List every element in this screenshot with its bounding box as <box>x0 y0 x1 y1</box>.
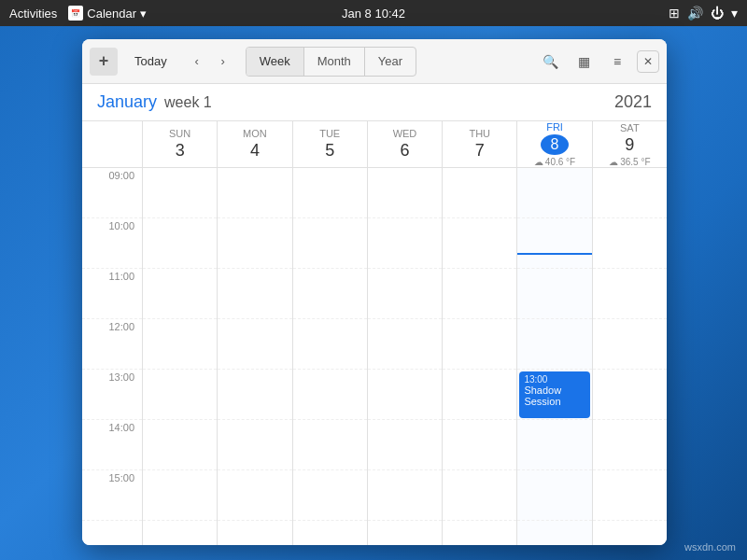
hour-tue-15[interactable] <box>293 470 367 521</box>
hour-mon-12[interactable] <box>218 319 291 370</box>
app-dropdown-arrow[interactable]: ▾ <box>140 7 147 21</box>
weather-temp-sat: 36.5 °F <box>620 157 650 167</box>
hour-tue-9[interactable] <box>293 168 367 218</box>
day-col-mon[interactable] <box>218 168 292 545</box>
hour-wed-11[interactable] <box>368 269 442 319</box>
hour-fri-10[interactable] <box>517 218 591 269</box>
app-name-label: Calendar <box>87 7 136 21</box>
today-button[interactable]: Today <box>123 48 178 76</box>
view-month-button[interactable]: Month <box>304 48 365 76</box>
hour-sun-15[interactable] <box>143 470 217 521</box>
hour-sun-12[interactable] <box>143 319 217 370</box>
hour-thu-14[interactable] <box>443 420 516 470</box>
hour-wed-9[interactable] <box>368 168 442 218</box>
day-abbr-thu: THU <box>469 128 490 139</box>
shadow-session-event[interactable]: 13:00 Shadow Session <box>519 371 589 418</box>
view-week-button[interactable]: Week <box>247 48 304 76</box>
hour-thu-13[interactable] <box>443 370 516 420</box>
hour-sun-13[interactable] <box>143 370 217 420</box>
hour-sat-11[interactable] <box>593 269 667 319</box>
hour-tue-11[interactable] <box>293 269 367 319</box>
hour-thu-12[interactable] <box>443 319 516 370</box>
weather-fri: ☁ 40.6 °F <box>534 157 575 167</box>
hour-sat-10[interactable] <box>593 218 667 269</box>
hour-tue-10[interactable] <box>293 218 367 269</box>
time-slot-1000: 10:00 <box>82 218 142 269</box>
system-bar-right: ⊞ 🔊 ⏻ ▾ <box>669 6 738 21</box>
hour-thu-10[interactable] <box>443 218 516 269</box>
hour-sat-14[interactable] <box>593 420 667 470</box>
hour-thu-9[interactable] <box>443 168 516 218</box>
day-header-sat: SAT 9 ☁ 36.5 °F <box>593 121 667 167</box>
add-event-button[interactable]: + <box>90 48 118 76</box>
time-slot-1300: 13:00 <box>82 370 142 420</box>
grid-view-button[interactable]: ▦ <box>570 48 598 76</box>
day-header-fri: FRI 8 ☁ 40.6 °F <box>517 121 592 167</box>
weather-icon-sat: ☁ <box>609 157 618 167</box>
hour-wed-10[interactable] <box>368 218 442 269</box>
day-col-sat[interactable] <box>593 168 667 545</box>
time-slot-900: 09:00 <box>82 168 142 218</box>
day-abbr-tue: TUE <box>319 128 340 139</box>
hour-sat-13[interactable] <box>593 370 667 420</box>
nav-group: ‹ › <box>184 48 236 76</box>
dropdown-icon: ▾ <box>731 6 738 21</box>
hour-fri-12[interactable] <box>517 319 591 370</box>
network-icon: ⊞ <box>669 6 680 21</box>
hour-tue-13[interactable] <box>293 370 367 420</box>
hour-fri-14[interactable] <box>517 420 591 470</box>
hour-tue-14[interactable] <box>293 420 367 470</box>
hour-mon-13[interactable] <box>218 370 291 420</box>
hour-sun-10[interactable] <box>143 218 217 269</box>
prev-button[interactable]: ‹ <box>184 48 210 76</box>
grid-icon: ▦ <box>578 54 590 69</box>
hour-fri-9[interactable] <box>517 168 591 218</box>
hour-sun-9[interactable] <box>143 168 217 218</box>
day-col-sun[interactable] <box>143 168 218 545</box>
hour-mon-11[interactable] <box>218 269 291 319</box>
close-button[interactable]: ✕ <box>637 50 659 73</box>
day-col-tue[interactable] <box>293 168 368 545</box>
window-toolbar: + Today ‹ › Week Month Year 🔍 ▦ ≡ ✕ <box>82 39 667 84</box>
hour-wed-13[interactable] <box>368 370 442 420</box>
day-num-fri: 8 <box>541 134 569 155</box>
day-num-sun: 3 <box>176 141 185 161</box>
hour-tue-12[interactable] <box>293 319 367 370</box>
view-year-button[interactable]: Year <box>365 48 416 76</box>
hour-sat-15[interactable] <box>593 470 667 521</box>
system-datetime: Jan 8 10:42 <box>342 7 405 21</box>
power-icon: ⏻ <box>711 6 724 21</box>
hour-sun-11[interactable] <box>143 269 217 319</box>
day-header-tue: TUE 5 <box>293 121 368 167</box>
activities-button[interactable]: Activities <box>9 7 57 21</box>
hour-mon-10[interactable] <box>218 218 291 269</box>
time-slot-1200: 12:00 <box>82 319 142 370</box>
next-button[interactable]: › <box>210 48 236 76</box>
menu-button[interactable]: ≡ <box>603 48 631 76</box>
calendar-header: January week 1 2021 <box>82 84 667 121</box>
hour-thu-15[interactable] <box>443 470 516 521</box>
days-header: SUN 3 MON 4 TUE 5 WED 6 THU 7 FRI 8 ☁ <box>82 121 667 168</box>
hour-wed-14[interactable] <box>368 420 442 470</box>
search-button[interactable]: 🔍 <box>536 48 564 76</box>
day-col-thu[interactable] <box>443 168 517 545</box>
current-time-indicator <box>517 253 591 255</box>
event-title-label: Shadow Session <box>524 385 585 407</box>
app-name-group: 📅 Calendar ▾ <box>68 6 147 21</box>
hour-mon-14[interactable] <box>218 420 291 470</box>
calendar-body: 09:00 10:00 11:00 12:00 13:00 14:00 15:0… <box>82 168 667 545</box>
hour-fri-15[interactable] <box>517 470 591 521</box>
calendar-window: + Today ‹ › Week Month Year 🔍 ▦ ≡ ✕ Janu… <box>82 39 667 545</box>
hour-mon-15[interactable] <box>218 470 291 521</box>
hour-wed-12[interactable] <box>368 319 442 370</box>
day-col-wed[interactable] <box>368 168 443 545</box>
hour-wed-15[interactable] <box>368 470 442 521</box>
hour-sat-9[interactable] <box>593 168 667 218</box>
hour-sun-14[interactable] <box>143 420 217 470</box>
hour-thu-11[interactable] <box>443 269 516 319</box>
hour-fri-11[interactable] <box>517 269 591 319</box>
day-col-fri[interactable]: 13:00 Shadow Session <box>517 168 592 545</box>
watermark: wsxdn.com <box>684 541 736 553</box>
hour-mon-9[interactable] <box>218 168 291 218</box>
hour-sat-12[interactable] <box>593 319 667 370</box>
